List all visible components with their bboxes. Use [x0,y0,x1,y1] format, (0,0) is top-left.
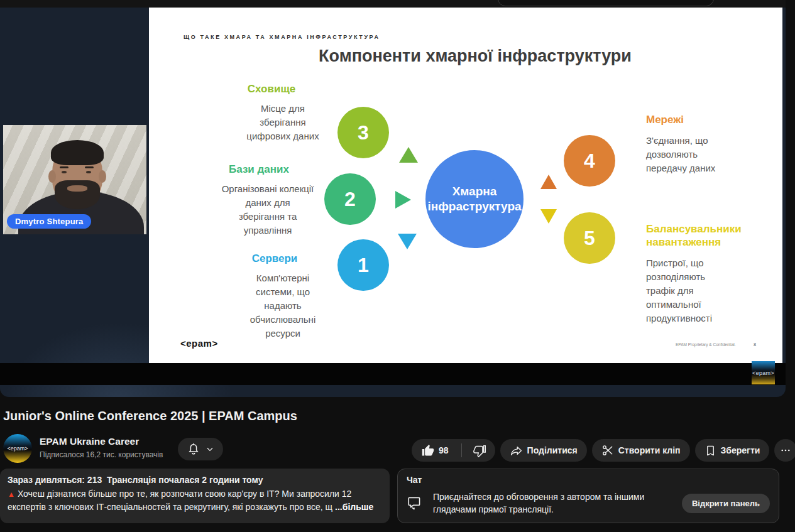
networks-label: Мережі [646,113,740,126]
databases-desc: Організовані колекції даних для зберіган… [221,182,314,237]
subscriber-count: Підписалося 16,2 тис. користувачів [40,450,163,459]
video-player[interactable]: ЩО ТАКЕ ХМАРА ТА ХМАРНА ІНФРАСТРУКТУРА К… [0,0,786,397]
arrow-down-blue-icon [398,234,417,249]
servers-label: Сервери [224,252,325,265]
show-more-link[interactable]: ...більше [335,502,373,512]
center-line2: інфраструктура [427,199,521,214]
share-icon [510,444,523,457]
create-clip-button[interactable]: Створити кліп [592,439,690,462]
like-button[interactable]: 98 [412,439,457,462]
live-stats-line: Зараз дивляться: 213 Трансляція почалася… [8,475,382,485]
presentation-slide: ЩО ТАКЕ ХМАРА ТА ХМАРНА ІНФРАСТРУКТУРА К… [149,8,782,363]
arrow-up-green-icon [399,147,418,163]
description-text: ▲Хочеш дізнатися більше про те, як розпо… [8,487,382,513]
networks-desc: З'єднання, що дозволяють передачу даних [646,134,726,175]
more-icon [780,445,791,456]
presenter-mouth [67,185,87,192]
storage-block: Сховище Місце для зберігання цифрових да… [221,83,322,143]
cloud-infrastructure-circle: Хмарна інфраструктура [425,150,524,248]
chat-row: Приєднайтеся до обговорення з автором та… [407,491,770,516]
storage-label: Сховище [221,83,322,95]
arrow-up-orange-icon [540,175,557,189]
circle-2-number: 2 [344,188,356,211]
servers-desc: Комп'ютерні системи, що надають обчислюв… [246,271,320,340]
slide-title: Компоненти хмарної інфраструктури [149,46,782,66]
player-top-letterbox [0,0,786,8]
more-actions-button[interactable] [774,439,795,462]
player-bottom-letterbox [0,363,786,385]
thumbs-up-icon [421,444,434,457]
slide-footer-note: EPAM Proprietary & Confidential. [676,342,736,347]
slide-eyebrow: ЩО ТАКЕ ХМАРА ТА ХМАРНА ІНФРАСТРУКТУРА [184,34,380,40]
databases-block: Бази даних Організовані колекції даних д… [196,163,322,237]
databases-label: Бази даних [196,163,322,176]
chat-panel: Чат Приєднайтеся до обговорення з авторо… [397,469,779,523]
presenter-ear [99,170,106,183]
chat-message: Приєднайтеся до обговорення з автором та… [433,491,672,516]
circle-2: 2 [324,173,376,225]
servers-block: Сервери Комп'ютерні системи, що надають … [224,252,325,340]
circle-4-number: 4 [584,149,595,173]
like-dislike-pill: 98 [412,439,495,462]
description-body: Хочеш дізнатися більше про те, як розпоч… [8,489,351,512]
save-label: Зберегти [721,445,760,455]
networks-block: Мережі З'єднання, що дозволяють передачу… [646,113,740,175]
balancers-label: Балансувальники навантаження [646,222,753,249]
chat-bubble-icon [407,495,423,511]
share-label: Поділитися [527,445,578,455]
center-line1: Хмарна [452,184,497,199]
channel-name[interactable]: EPAM Ukraine Career [40,436,139,447]
circle-5-number: 5 [584,227,595,250]
save-button[interactable]: Зберегти [695,439,770,462]
presenter-eye [62,171,67,173]
presenter-webcam: Dmytro Shtepura [3,125,146,234]
storage-desc: Місце для зберігання цифрових даних [244,102,322,143]
bookmark-icon [705,445,716,457]
chat-title: Чат [407,475,770,485]
presenter-eye [86,171,91,173]
open-chat-panel-button[interactable]: Відкрити панель [682,494,770,513]
circle-4: 4 [564,135,615,187]
search-bar-sliver [498,0,714,6]
like-divider [461,443,462,457]
presenter-ear [48,170,56,183]
dislike-button[interactable] [466,439,495,462]
circle-3-number: 3 [358,121,369,144]
video-title: Junior's Online Conference 2025 | EPAM C… [3,409,569,423]
presenter-brow [85,166,94,168]
slide-page-number: 8 [754,342,756,347]
circle-5: 5 [564,212,615,264]
notifications-bell-button[interactable] [178,438,223,460]
share-button[interactable]: Поділитися [500,439,587,462]
thumbs-down-icon [473,444,486,457]
circle-3: 3 [337,107,389,158]
epam-watermark: <epam> [752,361,775,384]
circle-1: 1 [337,239,389,291]
presenter-beard [55,180,100,209]
scissors-icon [601,444,614,457]
presenter-name-tag: Dmytro Shtepura [7,214,91,229]
arrow-down-yellow-icon [540,209,557,224]
channel-avatar[interactable]: <epam> [3,434,32,463]
like-count: 98 [439,445,449,455]
circle-1-number: 1 [358,254,369,277]
warning-triangle-icon: ▲ [8,490,15,499]
youtube-watch-page: ЩО ТАКЕ ХМАРА ТА ХМАРНА ІНФРАСТРУКТУРА К… [0,0,795,532]
bell-icon [187,442,200,456]
arrow-right-green-icon [395,191,411,209]
action-buttons-row: 98 Поділитися [412,439,795,462]
presenter-brow [60,166,69,168]
description-box[interactable]: Зараз дивляться: 213 Трансляція почалася… [0,469,390,523]
chevron-down-icon [206,445,214,453]
epam-logo: <epam> [180,338,218,349]
presenter-hair [51,140,104,165]
balancers-desc: Пристрої, що розподіляють трафік для опт… [646,256,721,325]
create-clip-label: Створити кліп [618,445,681,455]
balancers-block: Балансувальники навантаження Пристрої, щ… [646,222,759,325]
